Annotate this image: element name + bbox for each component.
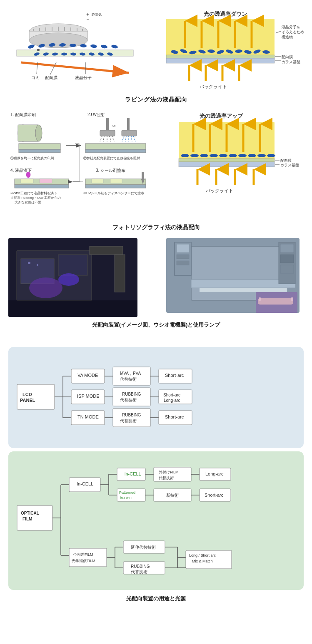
svg-point-162: [58, 273, 79, 286]
svg-point-42: [37, 49, 40, 51]
svg-line-102: [133, 136, 135, 141]
svg-rect-109: [21, 179, 33, 183]
svg-rect-122: [142, 172, 144, 179]
svg-rect-110: [40, 179, 52, 183]
svg-text:代替技術: 代替技術: [120, 398, 137, 402]
svg-text:FILM: FILM: [22, 517, 32, 521]
svg-point-23: [100, 45, 107, 49]
svg-rect-88: [106, 118, 109, 130]
svg-text:ゴミ: ゴミ: [31, 75, 40, 80]
svg-text:Short-arc: Short-arc: [205, 493, 224, 498]
svg-point-139: [210, 154, 218, 157]
svg-point-168: [37, 264, 38, 266]
svg-text:配向膜: 配向膜: [45, 75, 57, 80]
svg-line-93: [110, 136, 111, 141]
page-wrapper: ＋ 静電気 －: [0, 0, 312, 612]
svg-point-20: [70, 44, 76, 47]
svg-rect-103: [85, 144, 146, 149]
svg-point-22: [90, 44, 97, 48]
svg-point-140: [219, 154, 227, 157]
svg-text:in-CELL: in-CELL: [125, 471, 141, 476]
svg-rect-163: [8, 300, 137, 317]
svg-text:Short-arc: Short-arc: [163, 393, 180, 397]
svg-point-161: [29, 277, 62, 298]
svg-point-144: [257, 154, 266, 157]
svg-point-136: [181, 154, 189, 157]
svg-text:RUBBING: RUBBING: [122, 413, 141, 417]
svg-rect-146: [179, 159, 275, 162]
svg-text:Long-arc: Long-arc: [205, 471, 224, 476]
svg-rect-97: [122, 130, 137, 136]
svg-text:－: －: [85, 17, 90, 22]
svg-text:②弊社光配向装置にて直線偏光を照射: ②弊社光配向装置にて直線偏光を照射: [83, 156, 140, 160]
svg-line-98: [122, 136, 124, 141]
svg-text:VA MODE: VA MODE: [77, 373, 98, 378]
svg-text:そろえるための: そろえるための: [282, 30, 304, 34]
svg-text:構造物: 構造物: [282, 35, 293, 39]
equipment-photo-dark: [8, 238, 137, 317]
section2-title: フォトリソグラフィ法の液晶配向: [8, 224, 304, 231]
svg-rect-173: [177, 261, 189, 265]
svg-text:2.UV照射: 2.UV照射: [87, 112, 105, 117]
svg-point-28: [61, 53, 67, 56]
svg-point-137: [190, 154, 199, 157]
svg-rect-175: [200, 288, 287, 292]
svg-point-112: [26, 172, 30, 178]
section1-title: ラビング法の液晶配向: [8, 96, 304, 104]
svg-text:③UVシール剤をディスペンサーにて塗布: ③UVシール剤をディスペンサーにて塗布: [83, 191, 144, 195]
svg-line-90: [100, 136, 102, 141]
svg-rect-160: [58, 255, 87, 275]
svg-rect-181: [258, 298, 293, 305]
svg-rect-44: [166, 19, 275, 60]
equipment-section: [8, 238, 304, 317]
svg-point-5: [29, 33, 87, 48]
svg-line-64: [275, 31, 281, 33]
svg-line-99: [125, 136, 126, 141]
optical-film-diagram-box: OPTICAL FILM In-CELL in-CELL Patterned i…: [8, 451, 304, 590]
svg-text:ガラス基盤: ガラス基盤: [282, 60, 300, 64]
svg-rect-83: [19, 144, 60, 149]
svg-text:PANEL: PANEL: [20, 398, 35, 403]
transmission-up-diagram: 光の透過率アップ: [175, 110, 304, 220]
svg-point-24: [111, 44, 118, 49]
svg-text:代替技術: 代替技術: [120, 419, 137, 423]
svg-rect-182: [259, 297, 261, 301]
svg-rect-121: [85, 185, 146, 188]
rubbing-diagram: ＋ 静電気 －: [8, 8, 150, 92]
svg-point-138: [200, 154, 208, 157]
svg-text:静電気: 静電気: [92, 13, 102, 17]
svg-point-167: [28, 262, 30, 264]
equipment-title: 光配向装置(イメージ図、ウシオ電機製)と使用ランプ: [8, 321, 304, 329]
svg-text:④ODF工程にて液晶材料を滴下: ④ODF工程にて液晶材料を滴下: [10, 191, 57, 195]
svg-rect-111: [15, 185, 69, 188]
svg-rect-177: [280, 244, 294, 253]
svg-text:in-CELL: in-CELL: [120, 496, 134, 500]
svg-rect-204: [113, 388, 150, 406]
svg-rect-120: [110, 179, 122, 183]
svg-text:Patterned: Patterned: [119, 490, 135, 495]
svg-rect-178: [280, 255, 294, 263]
svg-text:配向膜: 配向膜: [280, 159, 292, 163]
svg-text:液晶分子: 液晶分子: [75, 75, 92, 80]
section2-photo: 1. 配向膜印刷 2.UV照射 ①膜厚を均一に配向膜の印刷: [8, 110, 304, 220]
svg-text:配向膜: 配向膜: [282, 55, 293, 59]
svg-text:3. シール剤塗布: 3. シール剤塗布: [96, 168, 125, 173]
svg-text:①膜厚を均一に配向膜の印刷: ①膜厚を均一に配向膜の印刷: [10, 156, 54, 160]
svg-text:光の透過率アップ: 光の透過率アップ: [199, 113, 243, 119]
svg-rect-104: [85, 149, 146, 153]
svg-rect-179: [280, 265, 294, 273]
svg-text:ISP MODE: ISP MODE: [77, 394, 100, 399]
lcd-diagram-title: 光配向装置の用途と光源: [8, 595, 304, 602]
svg-text:ガラス基盤: ガラス基盤: [280, 163, 299, 167]
svg-rect-165: [90, 246, 123, 255]
svg-point-16: [27, 44, 35, 50]
svg-text:＋: ＋: [85, 12, 90, 17]
svg-line-94: [112, 136, 114, 141]
svg-rect-172: [177, 255, 189, 259]
svg-text:代替技術: 代替技術: [158, 476, 174, 480]
svg-point-82: [35, 125, 42, 141]
svg-point-142: [238, 154, 247, 157]
svg-point-143: [248, 154, 256, 157]
svg-rect-207: [113, 409, 150, 427]
svg-text:※従来 Rubbing・ODF工程からの: ※従来 Rubbing・ODF工程からの: [10, 196, 61, 200]
